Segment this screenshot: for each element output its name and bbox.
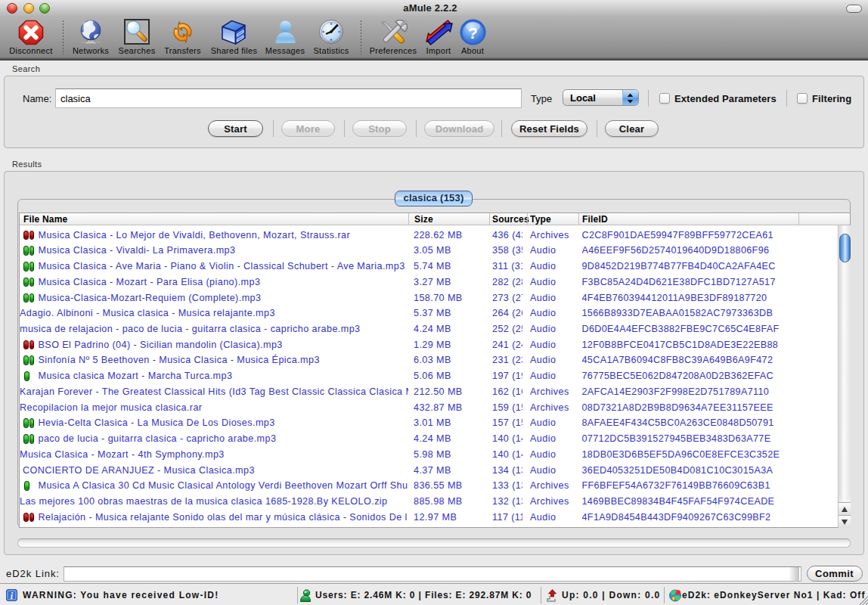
svg-text:?: ? <box>468 24 478 42</box>
